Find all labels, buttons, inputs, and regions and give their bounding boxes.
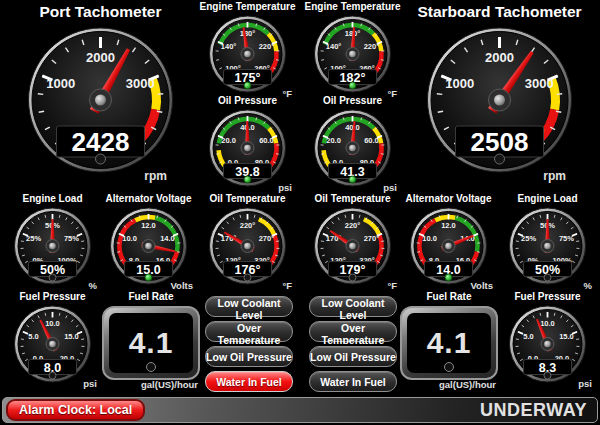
svg-text:Fuel Pressure: Fuel Pressure [514,291,581,302]
alarm-button-port-water-in-fuel[interactable]: Water In Fuel [205,371,293,392]
svg-text:Starboard Tachometer: Starboard Tachometer [417,3,581,20]
engine-temperature-port-gauge: Engine Temperature100°140°180°220°260°17… [195,0,300,100]
svg-text:10.0: 10.0 [540,319,555,328]
alarm-button-port-low-oil[interactable]: Low Oil Pressure [205,346,293,367]
gauge-value: 2428 [72,127,130,157]
svg-text:270°: 270° [259,234,275,243]
knob-icon [49,274,56,281]
svg-text:Fuel Pressure: Fuel Pressure [19,291,86,302]
svg-text:Engine Load: Engine Load [518,193,578,204]
alarm-button-stbd-over-temp[interactable]: Over Temperature [309,321,397,342]
fuel-rate-screen: 4.1 [109,313,193,373]
status-led-icon [244,176,251,183]
svg-text:15.0: 15.0 [64,332,79,341]
svg-text:140°: 140° [221,42,237,51]
svg-text:270°: 270° [364,234,380,243]
svg-text:220°: 220° [259,42,275,51]
vessel-status-label: UNDERWAY [480,400,587,421]
svg-text:220°: 220° [240,221,256,230]
engine-temperature-starboard-gauge: Engine Temperature100°140°180°220°260°18… [300,0,405,100]
svg-text:psi: psi [83,378,97,389]
svg-text:Oil Pressure: Oil Pressure [323,95,382,106]
engine-instrument-dashboard: Port Tachometer010002000300040002428rpm … [0,0,600,425]
fuel-pressure-port-gauge: Fuel Pressure0.05.010.015.020.08.0psi [0,290,105,390]
svg-text:12.0: 12.0 [441,221,456,230]
alarm-button-port-low-coolant[interactable]: Low Coolant Level [205,296,293,317]
oil-temperature-starboard-gauge: Oil Temperature120°170°220°270°320°179°°… [300,192,405,292]
gauge-svg: Engine Temperature100°140°180°220°260°17… [195,0,300,100]
svg-text:10.0: 10.0 [422,234,437,243]
fuel-rate-unit: gal(US)/hour [439,379,496,390]
oil-temperature-port-gauge: Oil Temperature120°170°220°270°320°176°°… [195,192,300,292]
svg-text:Oil Temperature: Oil Temperature [315,193,391,204]
svg-text:3000: 3000 [525,76,554,91]
knob-icon [244,274,251,281]
alarm-clock-button[interactable]: Alarm Clock: Local [6,399,145,421]
svg-text:20.0: 20.0 [221,136,236,145]
status-led-icon [145,274,152,281]
status-led-icon [349,82,356,89]
svg-text:25%: 25% [26,234,41,243]
knob-icon [146,362,156,372]
svg-text:12.0: 12.0 [141,221,156,230]
svg-text:Alternator Voltage: Alternator Voltage [106,193,192,204]
svg-text:2000: 2000 [86,50,115,65]
gauge-value: 2508 [471,127,529,157]
svg-text:14.0: 14.0 [160,234,175,243]
knob-icon [444,362,454,372]
svg-text:°F: °F [282,280,292,291]
svg-text:15.0: 15.0 [559,332,574,341]
knob-icon [495,154,505,164]
svg-text:140°: 140° [326,42,342,51]
alarm-button-port-over-temp[interactable]: Over Temperature [205,321,293,342]
status-led-icon [349,176,356,183]
fuel-rate-value: 4.1 [427,326,472,360]
fuel-rate-screen: 4.1 [407,313,491,373]
svg-text:75%: 75% [64,234,79,243]
svg-text:220°: 220° [345,221,361,230]
svg-text:10.0: 10.0 [122,234,137,243]
fuel-rate-screen-frame: 4.1 [400,306,498,380]
svg-text:Engine Temperature: Engine Temperature [305,1,401,12]
alarm-button-stbd-low-oil[interactable]: Low Oil Pressure [309,346,397,367]
engine-load-starboard-gauge: Engine Load0%25%50%75%100%50%% [495,192,600,292]
alarm-button-stbd-low-coolant[interactable]: Low Coolant Level [309,296,397,317]
svg-text:60.0: 60.0 [259,136,274,145]
fuel-rate-screen-frame: 4.1 [102,306,200,380]
svg-text:Engine Temperature: Engine Temperature [200,1,296,12]
svg-text:Oil Temperature: Oil Temperature [210,193,286,204]
svg-text:3000: 3000 [126,76,155,91]
svg-text:1000: 1000 [445,76,474,91]
oil-pressure-port-gauge: Oil Pressure0.020.040.060.080.039.8psi [195,94,300,194]
alarm-button-stbd-water-in-fuel[interactable]: Water In Fuel [309,371,397,392]
svg-text:rpm: rpm [543,169,566,183]
gauge-svg: Oil Pressure0.020.040.060.080.039.8psi [195,94,300,194]
fuel-rate-title: Fuel Rate [98,290,204,304]
fuel-rate-title: Fuel Rate [396,290,502,304]
starboard-tachometer-gauge: Starboard Tachometer01000200030004000250… [407,0,592,186]
fuel-rate-port-display: Fuel Rate 4.1 gal(US)/hour [98,290,204,392]
engine-load-port-gauge: Engine Load0%25%50%75%100%50%% [0,192,105,292]
svg-text:Alternator Voltage: Alternator Voltage [406,193,492,204]
knob-icon [96,154,106,164]
svg-text:60.0: 60.0 [364,136,379,145]
gauge-svg: Fuel Pressure0.05.010.015.020.08.3psi [495,290,600,390]
knob-icon [544,274,551,281]
svg-text:psi: psi [578,378,592,389]
status-led-icon [445,274,452,281]
alarm-annunciator-panel: Low Coolant Level Low Coolant Level Over… [205,296,397,392]
svg-text:10.0: 10.0 [45,319,60,328]
gauge-svg: Oil Pressure0.020.040.060.080.041.3psi [300,94,405,194]
status-led-icon [244,82,251,89]
svg-text:Port Tachometer: Port Tachometer [39,3,161,20]
knob-icon [49,372,56,379]
svg-text:75%: 75% [559,234,574,243]
svg-text:220°: 220° [364,42,380,51]
fuel-pressure-starboard-gauge: Fuel Pressure0.05.010.015.020.08.3psi [495,290,600,390]
svg-text:1000: 1000 [46,76,75,91]
gauge-svg: Oil Temperature120°170°220°270°320°176°°… [195,192,300,292]
svg-text:Oil Pressure: Oil Pressure [218,95,277,106]
gauge-svg: Engine Load0%25%50%75%100%50%% [495,192,600,292]
gauge-svg: Fuel Pressure0.05.010.015.020.08.0psi [0,290,105,390]
gauge-svg: Starboard Tachometer01000200030004000250… [407,0,592,186]
